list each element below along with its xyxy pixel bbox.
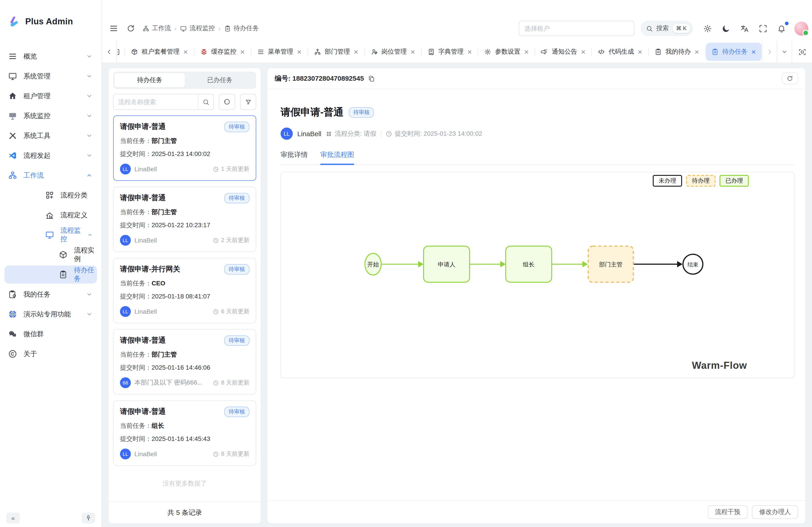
- sidebar-item-wechat-group[interactable]: 微信群: [4, 325, 97, 343]
- close-icon[interactable]: ✕: [638, 48, 643, 55]
- tab-post-mgmt[interactable]: 岗位管理 ✕: [365, 43, 421, 61]
- segment-todo-tasks[interactable]: 待办任务: [115, 73, 185, 88]
- language-translate-icon[interactable]: [739, 23, 750, 34]
- sidebar-item-label: 系统监控: [24, 111, 50, 120]
- sidebar-item-todo-tasks[interactable]: 待办任务: [4, 266, 97, 284]
- status-badge: 待审核: [224, 264, 249, 274]
- task-card[interactable]: 请假申请-普通 待审核 当前任务：组长 提交时间：2025-01-16 14:4…: [113, 400, 256, 466]
- breadcrumb-item-workflow[interactable]: 工作流: [143, 24, 171, 32]
- app-window: Plus Admin 概览 系统管理 租户管理 系统监控: [0, 0, 812, 527]
- page-tabbar: ✕ 租户套餐管理 ✕ 缓存监控 ✕ 菜单管理 ✕: [102, 41, 812, 63]
- search-submit-button[interactable]: [198, 94, 213, 109]
- detail-refresh-button[interactable]: [782, 73, 798, 84]
- dark-mode-moon-icon[interactable]: [721, 23, 731, 34]
- tab-todo-tasks-active[interactable]: 待办任务 ✕: [706, 43, 762, 61]
- sidebar-item-system-tools[interactable]: 系统工具: [4, 127, 97, 145]
- close-icon[interactable]: ✕: [297, 48, 302, 55]
- sidebar-item-system-monitor[interactable]: 系统监控: [4, 107, 97, 125]
- modify-assignee-button[interactable]: 修改办理人: [752, 506, 798, 519]
- close-icon[interactable]: ✕: [183, 48, 188, 55]
- sidebar-item-about[interactable]: 关于: [4, 345, 97, 363]
- close-icon[interactable]: ✕: [410, 48, 415, 55]
- close-icon[interactable]: ✕: [467, 48, 472, 55]
- filter-button[interactable]: [240, 94, 256, 110]
- sidebar-item-my-tasks[interactable]: 我的任务: [4, 285, 97, 303]
- copy-icon[interactable]: [367, 74, 376, 82]
- tab-approval-detail[interactable]: 审批详情: [280, 151, 308, 165]
- tab-menu-mgmt[interactable]: 菜单管理 ✕: [252, 43, 307, 61]
- breadcrumb-label: 流程监控: [190, 24, 215, 32]
- tab-cache-monitor[interactable]: 缓存监控 ✕: [195, 43, 250, 61]
- tab-label: 缓存监控: [211, 48, 236, 56]
- sidebar-item-process-launch[interactable]: 流程发起: [4, 147, 97, 165]
- monitor-icon: [8, 72, 17, 81]
- close-icon[interactable]: ✕: [694, 48, 699, 55]
- sidebar-item-overview[interactable]: 概览: [4, 47, 97, 65]
- tab-tenant-package[interactable]: 租户套餐管理 ✕: [126, 43, 193, 61]
- sidebar-item-demo-features[interactable]: 演示站专用功能: [4, 305, 97, 323]
- hamburger-menu-icon[interactable]: [108, 23, 119, 34]
- task-card[interactable]: 请假申请-普通 待审核 当前任务：部门主管 提交时间：2025-01-23 14…: [113, 116, 256, 181]
- sidebar-item-process-instance[interactable]: 流程实例: [4, 246, 97, 264]
- search-shortcut-badge: ⌘ K: [672, 24, 690, 33]
- no-more-data-text: 没有更多数据了: [113, 480, 256, 488]
- collapse-sidebar-button[interactable]: «: [6, 513, 20, 523]
- process-title: 请假申请-普通: [280, 105, 344, 119]
- breadcrumb-item-process-monitor[interactable]: 流程监控: [180, 24, 215, 32]
- tenant-select-input[interactable]: [519, 21, 634, 36]
- gear-icon[interactable]: [702, 23, 713, 34]
- tab-notice[interactable]: 通知公告 ✕: [536, 43, 591, 61]
- close-icon[interactable]: ✕: [524, 48, 529, 55]
- tab-department-mgmt[interactable]: 部门管理 ✕: [308, 43, 364, 61]
- task-card[interactable]: 请假申请-普通 待审核 当前任务：部门主管 提交时间：2025-01-16 14…: [113, 329, 256, 394]
- tab-clipped[interactable]: ✕: [117, 43, 124, 61]
- sidebar-item-system-mgmt[interactable]: 系统管理: [4, 67, 97, 85]
- process-id: 编号: 1882307280470892545: [275, 74, 364, 83]
- task-label: 当前任务：: [120, 208, 151, 215]
- sidebar-item-process-definition[interactable]: 流程定义: [4, 206, 97, 224]
- reset-button[interactable]: [219, 94, 235, 110]
- close-icon[interactable]: ✕: [581, 48, 586, 55]
- sidebar-item-process-monitor[interactable]: 流程监控: [4, 226, 97, 244]
- process-launch-icon: [8, 151, 17, 160]
- segment-done-tasks[interactable]: 已办任务: [185, 73, 255, 88]
- tabs-scroll-right-button[interactable]: [762, 41, 777, 63]
- task-card[interactable]: 请假申请-普通 待审核 当前任务：部门主管 提交时间：2025-01-22 10…: [113, 187, 256, 252]
- tab-approval-diagram[interactable]: 审批流程图: [320, 151, 354, 165]
- tab-dict-mgmt[interactable]: 字典管理 ✕: [422, 43, 478, 61]
- flow-diagram[interactable]: 开始 申请人 组长 部门主管 结束: [281, 172, 807, 377]
- task-card-title: 请假申请-普通: [120, 407, 166, 417]
- global-search-button[interactable]: 搜索 ⌘ K: [640, 21, 693, 36]
- fullscreen-icon[interactable]: [757, 23, 768, 34]
- tabs-scroll-left-button[interactable]: [102, 41, 117, 63]
- tab-param-settings[interactable]: 参数设置 ✕: [479, 43, 534, 61]
- online-status-dot: [802, 30, 809, 36]
- close-icon[interactable]: ✕: [354, 48, 359, 55]
- time-label: 提交时间：: [120, 221, 151, 229]
- notifications-bell-icon[interactable]: [776, 23, 787, 34]
- sidebar-item-tenant-mgmt[interactable]: 租户管理: [4, 87, 97, 105]
- content-fullscreen-button[interactable]: [792, 41, 812, 63]
- legend-handled: 已办理: [720, 175, 749, 187]
- process-definition-icon: [45, 211, 54, 220]
- refresh-icon[interactable]: [126, 23, 136, 34]
- process-name-search-input[interactable]: [114, 94, 198, 109]
- task-card[interactable]: 请假申请-并行网关 待审核 当前任务：CEO 提交时间：2025-01-18 0…: [113, 258, 256, 323]
- logo[interactable]: Plus Admin: [0, 0, 102, 43]
- close-icon[interactable]: ✕: [240, 48, 245, 55]
- breadcrumb-item-todo-tasks[interactable]: 待办任务: [224, 24, 259, 32]
- process-intervene-button[interactable]: 流程干预: [708, 506, 748, 519]
- user-avatar[interactable]: [794, 21, 808, 35]
- close-icon[interactable]: ✕: [751, 48, 756, 55]
- task-user: LinaBell: [134, 450, 157, 457]
- tab-my-todo[interactable]: 我的待办 ✕: [649, 43, 705, 61]
- avatar: LL: [120, 164, 131, 175]
- tab-codegen[interactable]: 代码生成 ✕: [593, 43, 648, 61]
- sidebar-item-workflow[interactable]: 工作流: [4, 166, 97, 184]
- tabs-dropdown-button[interactable]: [777, 41, 792, 63]
- chevron-up-icon: [86, 172, 92, 179]
- updated-time: 2 天前更新: [213, 236, 249, 244]
- sidebar-item-process-category[interactable]: 流程分类: [4, 186, 97, 204]
- updated-time: 8 天前更新: [213, 379, 249, 387]
- pin-sidebar-button[interactable]: [82, 513, 95, 523]
